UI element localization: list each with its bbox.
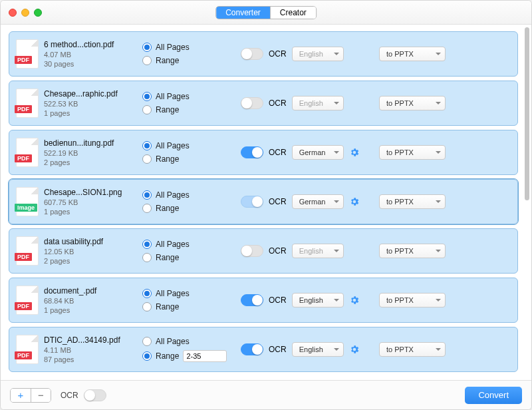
tab-converter[interactable]: Converter <box>216 7 270 19</box>
file-row[interactable]: Image Chesape...SION1.png 607.75 KB 1 pa… <box>9 179 518 224</box>
language-dropdown[interactable]: English <box>292 47 344 61</box>
file-row[interactable]: PDF DTIC_AD...34149.pdf 4.11 MB 87 pages… <box>9 327 518 372</box>
range-input[interactable] <box>183 350 227 362</box>
convert-button[interactable]: Convert <box>465 387 522 404</box>
format-dropdown[interactable]: to PPTX <box>379 47 446 61</box>
scrollbar[interactable] <box>522 25 531 380</box>
file-row[interactable]: PDF Chesape...raphic.pdf 522.53 KB 1 pag… <box>9 81 518 126</box>
file-pages: 2 pages <box>44 158 137 166</box>
all-pages-label: All Pages <box>156 141 190 150</box>
mode-tabs: Converter Creator <box>215 6 317 19</box>
minimize-icon[interactable] <box>21 9 29 17</box>
file-name: document_.pdf <box>44 286 137 296</box>
format-dropdown[interactable]: to PPTX <box>379 342 446 357</box>
gear-icon[interactable] <box>349 344 360 355</box>
ocr-label: OCR <box>269 197 287 206</box>
all-pages-label: All Pages <box>156 43 190 52</box>
file-name: Chesape...SION1.png <box>44 188 137 197</box>
language-dropdown[interactable]: English <box>292 244 344 258</box>
file-meta: Chesape...raphic.pdf 522.53 KB 1 pages <box>44 89 137 117</box>
radio-range[interactable] <box>142 351 152 361</box>
content-area: PDF 6 method...ction.pdf 4.07 MB 30 page… <box>1 25 531 380</box>
file-size: 4.11 MB <box>44 346 137 354</box>
format-dropdown[interactable]: to PPTX <box>379 293 446 308</box>
all-pages-label: All Pages <box>156 190 190 200</box>
file-meta: Chesape...SION1.png 607.75 KB 1 pages <box>44 188 137 216</box>
gear-icon[interactable] <box>349 147 360 158</box>
pdf-file-icon: PDF <box>16 236 39 266</box>
format-dropdown[interactable]: to PPTX <box>379 96 446 110</box>
footer-ocr-toggle[interactable] <box>84 389 106 401</box>
all-pages-label: All Pages <box>156 289 190 298</box>
ocr-group: OCR English <box>241 244 360 258</box>
radio-all-pages[interactable] <box>142 240 152 249</box>
ocr-toggle[interactable] <box>241 48 263 60</box>
ocr-toggle[interactable] <box>241 196 263 208</box>
ocr-toggle[interactable] <box>241 343 263 355</box>
range-label: Range <box>156 56 179 65</box>
gear-icon[interactable] <box>349 196 360 207</box>
file-row[interactable]: PDF bedienun...itung.pdf 522.19 KB 2 pag… <box>9 130 518 175</box>
radio-range[interactable] <box>142 154 152 164</box>
language-dropdown[interactable]: German <box>292 194 344 209</box>
titlebar: Converter Creator <box>1 1 531 25</box>
file-name: Chesape...raphic.pdf <box>44 89 137 99</box>
radio-range[interactable] <box>142 204 152 213</box>
radio-all-pages[interactable] <box>142 141 152 150</box>
footer-ocr-label: OCR <box>61 391 78 400</box>
language-dropdown[interactable]: English <box>292 342 344 357</box>
tab-creator[interactable]: Creator <box>270 7 316 19</box>
ocr-toggle[interactable] <box>241 294 263 306</box>
file-name: bedienun...itung.pdf <box>44 138 137 148</box>
radio-all-pages[interactable] <box>142 289 152 298</box>
radio-all-pages[interactable] <box>142 92 152 101</box>
add-button[interactable]: + <box>11 389 31 402</box>
file-size: 607.75 KB <box>44 198 137 206</box>
zoom-icon[interactable] <box>34 9 42 17</box>
file-size: 522.53 KB <box>44 100 137 108</box>
page-range-group: All Pages Range <box>142 141 235 164</box>
format-group: to PPTX <box>366 194 446 209</box>
language-dropdown[interactable]: German <box>292 145 344 160</box>
page-range-group: All Pages Range <box>142 190 235 213</box>
radio-all-pages[interactable] <box>142 43 152 52</box>
app-window: Converter Creator PDF 6 method...ction.p… <box>0 0 532 410</box>
radio-all-pages[interactable] <box>142 190 152 200</box>
ocr-toggle[interactable] <box>241 146 263 158</box>
format-dropdown[interactable]: to PPTX <box>379 145 446 160</box>
range-label: Range <box>156 154 179 164</box>
file-pages: 87 pages <box>44 355 137 363</box>
range-label: Range <box>156 253 179 262</box>
ocr-toggle[interactable] <box>241 97 263 109</box>
language-dropdown[interactable]: English <box>292 293 344 308</box>
format-dropdown[interactable]: to PPTX <box>379 194 446 209</box>
format-group: to PPTX <box>366 244 446 258</box>
radio-range[interactable] <box>142 302 152 311</box>
file-name: data usability.pdf <box>44 237 137 246</box>
file-size: 522.19 KB <box>44 149 137 157</box>
ocr-label: OCR <box>269 345 287 354</box>
gear-icon[interactable] <box>349 295 360 306</box>
ocr-group: OCR German <box>241 145 360 160</box>
radio-range[interactable] <box>142 105 152 114</box>
format-group: to PPTX <box>366 96 446 110</box>
ocr-label: OCR <box>269 99 287 108</box>
ocr-toggle[interactable] <box>241 245 263 257</box>
scrollbar-thumb[interactable] <box>525 27 529 200</box>
file-row[interactable]: PDF document_.pdf 68.84 KB 1 pages All P… <box>9 278 518 323</box>
file-row[interactable]: PDF data usability.pdf 12.05 KB 2 pages … <box>9 228 518 274</box>
file-row[interactable]: PDF 6 method...ction.pdf 4.07 MB 30 page… <box>9 31 518 77</box>
ocr-label: OCR <box>269 296 287 305</box>
pdf-file-icon: PDF <box>16 138 39 167</box>
remove-button[interactable]: − <box>31 389 51 402</box>
ocr-group: OCR English <box>241 96 360 110</box>
language-dropdown[interactable]: English <box>292 96 344 110</box>
radio-range[interactable] <box>142 253 152 262</box>
close-icon[interactable] <box>9 9 17 17</box>
format-dropdown[interactable]: to PPTX <box>379 244 446 258</box>
all-pages-label: All Pages <box>156 240 190 249</box>
add-remove-group: + − <box>10 388 51 403</box>
radio-all-pages[interactable] <box>142 337 152 346</box>
radio-range[interactable] <box>142 56 152 65</box>
file-name: DTIC_AD...34149.pdf <box>44 335 137 345</box>
